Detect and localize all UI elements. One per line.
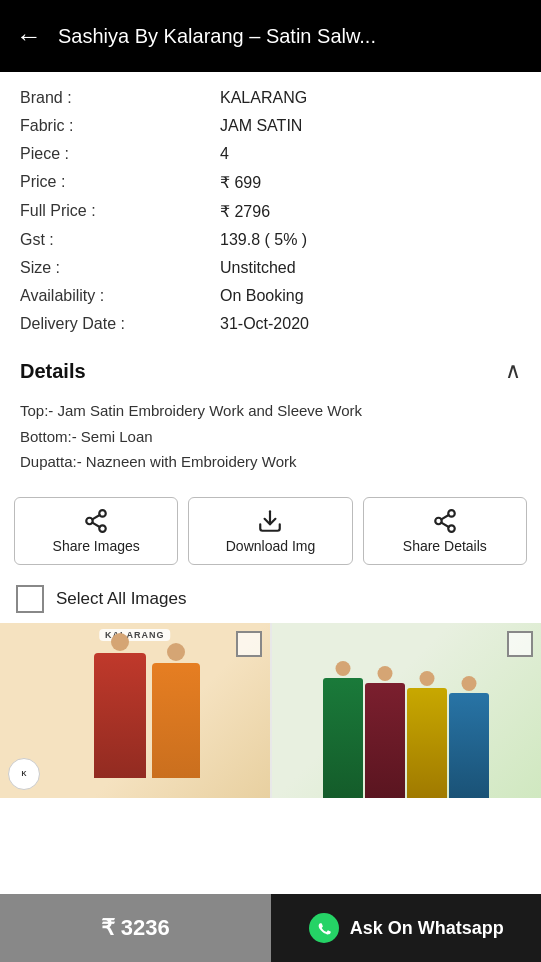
share-images-button[interactable]: Share Images — [14, 497, 178, 565]
fabric-label: Fabric : — [20, 117, 220, 135]
select-all-checkbox[interactable] — [16, 585, 44, 613]
details-section: Details ∧ Top:- Jam Satin Embroidery Wor… — [0, 342, 541, 487]
gst-value: 139.8 ( 5% ) — [220, 231, 307, 249]
svg-line-3 — [92, 522, 99, 526]
brand-badge: K — [8, 758, 40, 790]
image-grid: KALARANG K — [0, 623, 541, 798]
share-images-label: Share Images — [53, 538, 140, 554]
back-button[interactable]: ← — [16, 21, 42, 52]
brand-label: Brand : — [20, 89, 220, 107]
delivery-value: 31-Oct-2020 — [220, 315, 309, 333]
full-price-row: Full Price : ₹ 2796 — [20, 197, 521, 226]
image-cell-left[interactable]: KALARANG K — [0, 623, 270, 798]
svg-line-4 — [92, 515, 99, 519]
brand-value: KALARANG — [220, 89, 307, 107]
select-all-label: Select All Images — [56, 589, 186, 609]
download-img-button[interactable]: Download Img — [188, 497, 352, 565]
share-icon — [83, 508, 109, 534]
price-value: ₹ 699 — [220, 173, 261, 192]
price-label: Price : — [20, 173, 220, 192]
details-title: Details — [20, 360, 86, 383]
whatsapp-label: Ask On Whatsapp — [350, 918, 504, 939]
product-image-right — [272, 623, 542, 798]
bottom-price: ₹ 3236 — [0, 894, 271, 962]
select-all-row[interactable]: Select All Images — [0, 575, 541, 623]
details-content: Top:- Jam Satin Embroidery Work and Slee… — [20, 398, 521, 475]
figure-group-left — [30, 633, 265, 778]
piece-row: Piece : 4 — [20, 140, 521, 168]
figure-group-right — [272, 623, 542, 798]
chevron-up-icon: ∧ — [505, 358, 521, 384]
product-image-left: KALARANG K — [0, 623, 270, 798]
action-buttons-bar: Share Images Download Img Share Details — [0, 487, 541, 575]
availability-label: Availability : — [20, 287, 220, 305]
brand-row: Brand : KALARANG — [20, 84, 521, 112]
svg-line-10 — [441, 515, 448, 519]
download-icon — [257, 508, 283, 534]
full-price-value: ₹ 2796 — [220, 202, 270, 221]
size-value: Unstitched — [220, 259, 296, 277]
fabric-row: Fabric : JAM SATIN — [20, 112, 521, 140]
details-header[interactable]: Details ∧ — [20, 358, 521, 384]
price-display: ₹ 3236 — [101, 915, 170, 941]
image-checkbox-left[interactable] — [236, 631, 262, 657]
piece-value: 4 — [220, 145, 229, 163]
piece-label: Piece : — [20, 145, 220, 163]
header: ← Sashiya By Kalarang – Satin Salw... — [0, 0, 541, 72]
availability-row: Availability : On Booking — [20, 282, 521, 310]
size-row: Size : Unstitched — [20, 254, 521, 282]
bottom-bar: ₹ 3236 Ask On Whatsapp — [0, 894, 541, 962]
page-title: Sashiya By Kalarang – Satin Salw... — [58, 25, 376, 48]
gst-row: Gst : 139.8 ( 5% ) — [20, 226, 521, 254]
gst-label: Gst : — [20, 231, 220, 249]
share-details-label: Share Details — [403, 538, 487, 554]
full-price-label: Full Price : — [20, 202, 220, 221]
whatsapp-icon — [308, 912, 340, 944]
details-line3: Dupatta:- Nazneen with Embroidery Work — [20, 453, 297, 470]
whatsapp-button[interactable]: Ask On Whatsapp — [271, 894, 542, 962]
size-label: Size : — [20, 259, 220, 277]
image-cell-right[interactable] — [272, 623, 542, 798]
share-details-icon — [432, 508, 458, 534]
svg-line-9 — [441, 522, 448, 526]
fabric-value: JAM SATIN — [220, 117, 302, 135]
download-img-label: Download Img — [226, 538, 316, 554]
svg-point-11 — [309, 913, 339, 943]
product-info-section: Brand : KALARANG Fabric : JAM SATIN Piec… — [0, 72, 541, 342]
details-line1: Top:- Jam Satin Embroidery Work and Slee… — [20, 402, 362, 419]
share-details-button[interactable]: Share Details — [363, 497, 527, 565]
image-checkbox-right[interactable] — [507, 631, 533, 657]
availability-value: On Booking — [220, 287, 304, 305]
delivery-label: Delivery Date : — [20, 315, 220, 333]
details-line2: Bottom:- Semi Loan — [20, 428, 153, 445]
delivery-row: Delivery Date : 31-Oct-2020 — [20, 310, 521, 338]
price-row: Price : ₹ 699 — [20, 168, 521, 197]
